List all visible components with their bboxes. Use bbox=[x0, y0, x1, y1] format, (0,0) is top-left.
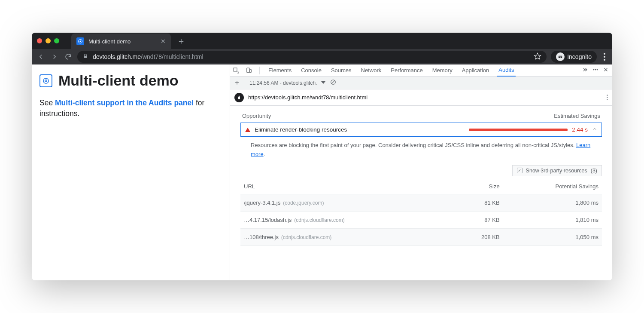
page-body: See Multi-client support in the Audits p… bbox=[39, 98, 222, 119]
tab-performance[interactable]: Performance bbox=[389, 64, 424, 77]
third-party-toggle[interactable]: ✓ Show 3rd-party resources (3) bbox=[512, 165, 602, 176]
third-party-count: (3) bbox=[591, 168, 597, 174]
audits-toolbar: ＋ 11:24:56 AM - devtools.glitch. bbox=[230, 77, 612, 89]
svg-point-14 bbox=[597, 69, 598, 70]
session-dropdown-icon[interactable] bbox=[321, 80, 325, 86]
close-tab-icon[interactable]: ✕ bbox=[161, 38, 166, 45]
more-tabs-icon[interactable] bbox=[582, 67, 588, 74]
audit-body: Opportunity Estimated Savings Eliminate … bbox=[230, 106, 612, 280]
tab-application[interactable]: Application bbox=[460, 64, 491, 77]
svg-point-8 bbox=[45, 80, 47, 82]
opportunity-description: Resources are blocking the first paint o… bbox=[240, 137, 602, 159]
svg-point-12 bbox=[593, 69, 594, 70]
opportunity-header: Opportunity bbox=[242, 113, 271, 119]
table-row: …4.17.15/lodash.js(cdnjs.cloudflare.com)… bbox=[240, 211, 602, 228]
browser-tab[interactable]: Multi-client demo ✕ bbox=[71, 34, 171, 49]
url-text: devtools.glitch.me/wndt78/multiclient.ht… bbox=[93, 53, 204, 60]
table-row: /jquery-3.4.1.js(code.jquery.com) 81 KB … bbox=[240, 194, 602, 211]
svg-rect-6 bbox=[559, 56, 562, 57]
svg-rect-10 bbox=[247, 68, 250, 73]
tab-memory[interactable]: Memory bbox=[431, 64, 454, 77]
devtools-settings-icon[interactable] bbox=[592, 67, 598, 74]
tab-title: Multi-client demo bbox=[88, 38, 131, 45]
close-devtools-icon[interactable] bbox=[603, 67, 609, 74]
browser-window: Multi-client demo ✕ ＋ devtools.glitch.me… bbox=[32, 33, 612, 280]
clear-audits-icon[interactable] bbox=[330, 79, 337, 87]
svg-marker-3 bbox=[535, 53, 541, 59]
svg-marker-17 bbox=[321, 81, 325, 84]
forward-button[interactable] bbox=[50, 52, 59, 61]
incognito-label: Incognito bbox=[567, 53, 592, 60]
col-savings: Potential Savings bbox=[503, 179, 602, 194]
page-title: Multi-client demo bbox=[58, 72, 179, 89]
svg-line-19 bbox=[331, 80, 335, 84]
savings-value: 2.44 s bbox=[572, 126, 588, 133]
tab-console[interactable]: Console bbox=[299, 64, 323, 77]
tab-sources[interactable]: Sources bbox=[329, 64, 353, 77]
warning-triangle-icon bbox=[245, 128, 250, 132]
devtools-panel: Elements Console Sources Network Perform… bbox=[230, 64, 612, 280]
svg-point-1 bbox=[80, 41, 81, 42]
new-audit-button[interactable]: ＋ bbox=[234, 78, 240, 87]
col-size: Size bbox=[453, 179, 503, 194]
svg-point-5 bbox=[561, 56, 562, 58]
toolbar: devtools.glitch.me/wndt78/multiclient.ht… bbox=[32, 49, 612, 64]
svg-point-4 bbox=[559, 56, 560, 58]
address-bar[interactable]: devtools.glitch.me/wndt78/multiclient.ht… bbox=[77, 51, 547, 63]
audit-menu-icon[interactable] bbox=[607, 95, 608, 100]
tab-network[interactable]: Network bbox=[359, 64, 383, 77]
tab-favicon-icon bbox=[76, 37, 84, 45]
svg-rect-11 bbox=[249, 69, 251, 72]
svg-point-7 bbox=[43, 78, 49, 83]
estimated-savings-header: Estimated Savings bbox=[554, 113, 600, 119]
browser-menu-button[interactable] bbox=[601, 53, 608, 61]
lighthouse-icon bbox=[234, 93, 244, 102]
maximize-window-icon[interactable] bbox=[54, 38, 59, 43]
svg-rect-2 bbox=[84, 55, 87, 58]
device-toolbar-icon[interactable] bbox=[246, 67, 252, 74]
tab-elements[interactable]: Elements bbox=[267, 64, 293, 77]
incognito-icon bbox=[556, 52, 565, 61]
page-logo-icon bbox=[39, 74, 52, 87]
page-content: Multi-client demo See Multi-client suppo… bbox=[32, 64, 230, 280]
incognito-indicator[interactable]: Incognito bbox=[551, 51, 597, 63]
audit-session-label: 11:24:56 AM - devtools.glitch. bbox=[249, 80, 317, 86]
close-window-icon[interactable] bbox=[37, 38, 42, 43]
tab-strip: Multi-client demo ✕ ＋ bbox=[32, 33, 612, 49]
opportunity-row[interactable]: Eliminate render-blocking resources 2.44… bbox=[240, 123, 602, 137]
resources-table: URL Size Potential Savings /jquery-3.4.1… bbox=[240, 179, 602, 246]
savings-bar bbox=[469, 129, 568, 131]
audit-url-row: https://devtools.glitch.me/wndt78/multic… bbox=[230, 89, 612, 106]
opportunity-title: Eliminate render-blocking resources bbox=[255, 126, 347, 133]
minimize-window-icon[interactable] bbox=[46, 38, 51, 43]
new-tab-button[interactable]: ＋ bbox=[177, 37, 185, 45]
audit-url: https://devtools.glitch.me/wndt78/multic… bbox=[248, 94, 368, 101]
window-controls[interactable] bbox=[37, 38, 59, 43]
third-party-label: Show 3rd-party resources bbox=[526, 168, 587, 174]
back-button[interactable] bbox=[36, 52, 46, 61]
devtools-tabs: Elements Console Sources Network Perform… bbox=[230, 64, 612, 77]
lock-icon bbox=[82, 53, 88, 61]
chevron-up-icon[interactable] bbox=[592, 126, 597, 133]
instructions-link[interactable]: Multi-client support in the Audits panel bbox=[55, 98, 194, 107]
svg-point-13 bbox=[595, 69, 596, 70]
tab-audits[interactable]: Audits bbox=[497, 64, 516, 77]
col-url: URL bbox=[240, 179, 453, 194]
reload-button[interactable] bbox=[64, 52, 73, 61]
bookmark-star-icon[interactable] bbox=[534, 52, 541, 61]
checkbox-icon[interactable]: ✓ bbox=[517, 168, 522, 173]
inspect-element-icon[interactable] bbox=[233, 67, 240, 74]
table-row: …108/three.js(cdnjs.cloudflare.com) 208 … bbox=[240, 228, 602, 245]
